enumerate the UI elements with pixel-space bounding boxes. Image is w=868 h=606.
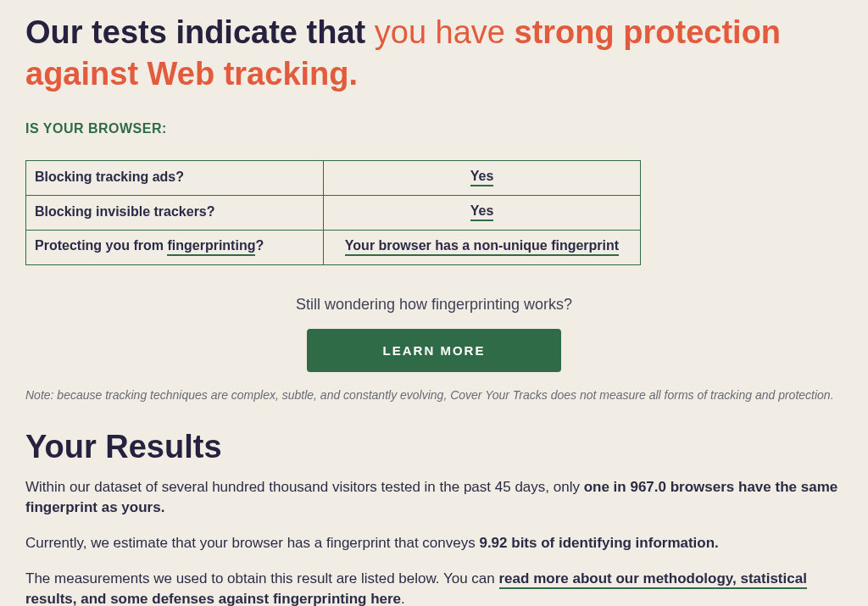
p3-text: The measurements we used to obtain this … (25, 570, 499, 587)
headline-after: . (349, 56, 359, 92)
value-cell: Yes (324, 160, 641, 195)
disclaimer-note: Note: because tracking techniques are co… (25, 387, 843, 404)
cta-caption: Still wondering how fingerprinting works… (25, 296, 843, 314)
question-cell: Blocking tracking ads? (26, 160, 324, 195)
headline-red-normal: you have (375, 14, 515, 50)
headline-red-bold-1: strong protection (515, 14, 782, 50)
value-link[interactable]: Yes (470, 203, 494, 221)
sub-heading: IS YOUR BROWSER: (25, 121, 843, 136)
p2-text: Currently, we estimate that your browser… (25, 535, 479, 551)
page-headline: Our tests indicate that you have strong … (25, 12, 843, 96)
value-cell: Your browser has a non-unique fingerprin… (324, 230, 641, 264)
p2-highlight: 9.92 bits of identifying information. (479, 535, 718, 551)
fingerprinting-term-link[interactable]: fingerprinting (167, 238, 255, 256)
results-paragraph-2: Currently, we estimate that your browser… (25, 533, 843, 553)
question-text-pre: Protecting you from (35, 238, 167, 253)
results-paragraph-3: The measurements we used to obtain this … (25, 569, 843, 606)
p1-text: Within our dataset of several hundred th… (25, 479, 584, 495)
question-cell: Blocking invisible trackers? (26, 195, 324, 230)
headline-red-bold-2: against Web tracking (25, 56, 349, 92)
value-link[interactable]: Yes (470, 169, 494, 186)
headline-prefix: Our tests indicate that (25, 14, 375, 50)
value-cell: Yes (324, 195, 641, 230)
learn-more-button[interactable]: LEARN MORE (307, 329, 562, 372)
results-heading: Your Results (25, 429, 843, 465)
table-row: Blocking invisible trackers? Yes (26, 195, 641, 230)
question-text: Blocking tracking ads? (35, 170, 184, 184)
question-text-post: ? (255, 238, 264, 253)
question-cell: Protecting you from fingerprinting? (26, 230, 324, 264)
results-paragraph-1: Within our dataset of several hundred th… (25, 477, 843, 518)
question-text: Blocking invisible trackers? (35, 204, 215, 219)
table-row: Blocking tracking ads? Yes (26, 160, 641, 195)
value-link[interactable]: Your browser has a non-unique fingerprin… (345, 238, 619, 256)
protection-table: Blocking tracking ads? Yes Blocking invi… (25, 160, 641, 265)
table-row: Protecting you from fingerprinting? Your… (26, 230, 641, 264)
p3-after: . (401, 591, 405, 606)
